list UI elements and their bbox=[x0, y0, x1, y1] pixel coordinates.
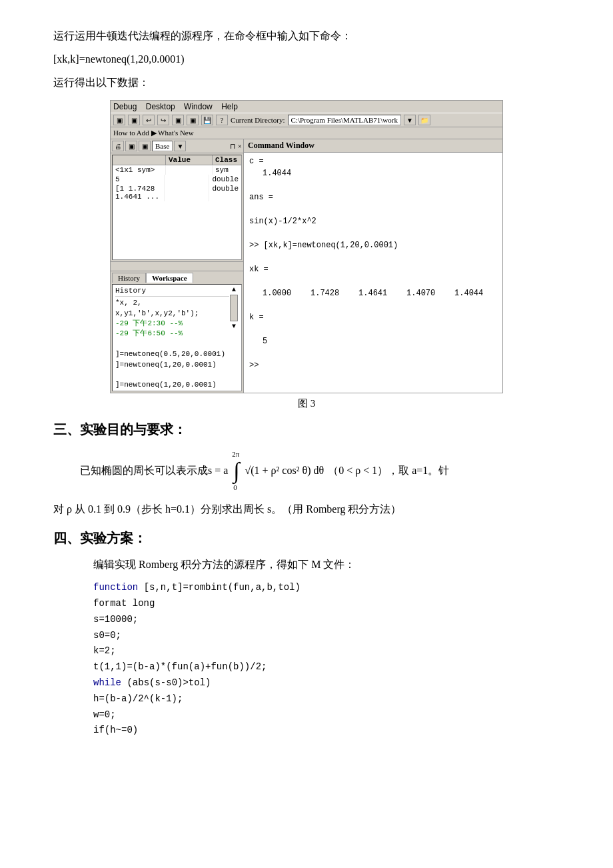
code-line-1-rest: [s,n,t]=rombint(fun,a,b,tol) bbox=[144, 582, 301, 593]
code-line-6-text: t(1,1)=(b-a)*(fun(a)+fun(b))/2; bbox=[93, 661, 267, 672]
matlab-screenshot: Debug Desktop Window Help ▣ ▣ ↩ ↪ ▣ ▣ 💾 … bbox=[110, 100, 503, 393]
cmd-line-formula: sin(x)-1/2*x^2 bbox=[249, 215, 497, 227]
pin-button[interactable]: ⊓ × bbox=[230, 142, 242, 151]
matlab-main: 🖨 ▣ ▣ Base ▼ ⊓ × Value Class <1x1 sym> s… bbox=[111, 139, 502, 393]
cmd-blank1 bbox=[249, 179, 497, 191]
command-window: Command Window c = 1.4044 ans = sin(x)-1… bbox=[244, 139, 502, 393]
workspace-table: Value Class <1x1 sym> sym 5 double [1 1.… bbox=[112, 155, 242, 260]
code-line-8-text: h=(b-a)/2^(k-1); bbox=[93, 693, 183, 704]
toolbar-browse-btn[interactable]: ▼ bbox=[404, 115, 416, 125]
howtoadd-text[interactable]: How to Add bbox=[113, 129, 149, 137]
toolbar-icon-2[interactable]: ▣ bbox=[128, 115, 140, 125]
toolbar-icon-1[interactable]: ▣ bbox=[113, 115, 125, 125]
history-panel: History *x, 2, x,y1,'b',x,y2,'b'); -29 下… bbox=[112, 284, 242, 392]
int-lower: 0 bbox=[233, 480, 237, 495]
intro-line3: 运行得出以下数据： bbox=[53, 73, 560, 93]
toolbar-icon-3[interactable]: ↩ bbox=[143, 115, 155, 125]
cmd-line-k-val: 5 bbox=[249, 335, 497, 347]
code-line-2: format long bbox=[93, 596, 560, 612]
workspace-row-2: 5 double bbox=[113, 175, 241, 184]
formula-integrand: √(1 + ρ² cos² θ) dθ bbox=[245, 460, 324, 481]
cmd-line-xk-val: 1.0000 1.7428 1.4641 1.4070 1.4044 bbox=[249, 287, 497, 299]
section4-heading: 四、实验方案： bbox=[53, 529, 560, 547]
cmd-line-prompt: >> [xk,k]=newtoneq(1,20,0.0001) bbox=[249, 239, 497, 251]
code-line-7: while (abs(s-s0)>tol) bbox=[93, 675, 560, 691]
toolbar-dir-btn[interactable]: 📁 bbox=[418, 115, 430, 125]
left-toolbar-icon2[interactable]: ▣ bbox=[125, 141, 137, 151]
tab-workspace[interactable]: Workspace bbox=[146, 273, 193, 283]
col-name bbox=[113, 155, 166, 165]
history-line-4: -29 下午6:50 --% bbox=[115, 329, 229, 339]
toolbar-icon-5[interactable]: ▣ bbox=[172, 115, 184, 125]
code-line-9: w=0; bbox=[93, 707, 560, 723]
scrollbar-thumb[interactable] bbox=[230, 295, 238, 321]
cmd-content-area[interactable]: c = 1.4044 ans = sin(x)-1/2*x^2 >> [xk,k… bbox=[244, 153, 502, 393]
col-class: Class bbox=[213, 155, 240, 165]
base-dropdown-arrow[interactable]: ▼ bbox=[174, 141, 186, 151]
left-panel-tabs: History Workspace bbox=[111, 271, 243, 283]
code-line-2-text: format long bbox=[93, 598, 155, 609]
toolbar-icon-7[interactable]: 💾 bbox=[201, 115, 213, 125]
workspace-row-3: [1 1.7428 1.4641 ... double bbox=[113, 184, 241, 201]
rho-description: 对 ρ 从 0.1 到 0.9（步长 h=0.1）分别求出周长 s。（用 Rom… bbox=[53, 500, 560, 519]
matlab-menubar: Debug Desktop Window Help bbox=[111, 101, 502, 113]
workspace-hscrollbar[interactable] bbox=[111, 261, 243, 271]
workspace-row-1: <1x1 sym> sym bbox=[113, 165, 241, 175]
cmd-blank2 bbox=[249, 203, 497, 215]
menu-debug[interactable]: Debug bbox=[113, 102, 137, 111]
formula-condition: （0 < ρ < 1），取 a=1。针 bbox=[328, 460, 449, 481]
toolbar-icon-4[interactable]: ↪ bbox=[157, 115, 169, 125]
left-toolbar-print[interactable]: 🖨 bbox=[112, 141, 124, 151]
section3-heading: 三、实验目的与要求： bbox=[53, 421, 560, 439]
code-line-10: if(h~=0) bbox=[93, 723, 560, 739]
matlab-toolbar: ▣ ▣ ↩ ↪ ▣ ▣ 💾 ? Current Directory: C:\Pr… bbox=[111, 113, 502, 127]
arrow-icon: ▶ bbox=[151, 129, 157, 137]
current-dir-path[interactable]: C:\Program Files\MATLAB71\work bbox=[288, 115, 401, 125]
code-line-1: function [s,n,t]=rombint(fun,a,b,tol) bbox=[93, 580, 560, 596]
integral-container: 2π ∫ 0 bbox=[232, 447, 241, 494]
menu-help[interactable]: Help bbox=[221, 102, 238, 111]
tab-history[interactable]: History bbox=[112, 273, 146, 283]
toolbar-icon-8[interactable]: ? bbox=[216, 115, 228, 125]
cmd-blank5 bbox=[249, 275, 497, 287]
matlab-left-panel: 🖨 ▣ ▣ Base ▼ ⊓ × Value Class <1x1 sym> s… bbox=[111, 139, 244, 393]
whatsnew-text[interactable]: What's New bbox=[158, 129, 194, 137]
code-line-3-text: s=10000; bbox=[93, 614, 138, 625]
history-line-7: ]=newtoneq(1,20,0.0001) bbox=[115, 380, 229, 390]
workspace-header: Value Class bbox=[113, 155, 241, 165]
history-line-1: *x, 2, bbox=[115, 298, 229, 308]
code-line-4: s0=0; bbox=[93, 628, 560, 644]
matlab-howtoadd-bar: How to Add ▶ What's New bbox=[111, 127, 502, 139]
toolbar-icon-6[interactable]: ▣ bbox=[187, 115, 199, 125]
code-line-7-rest: (abs(s-s0)>tol) bbox=[127, 677, 211, 688]
code-line-5-text: k=2; bbox=[93, 645, 116, 656]
intro-line1: 运行运用牛顿迭代法编程的源程序，在命令框中输入如下命令： bbox=[53, 27, 560, 46]
section4-intro: 编辑实现 Romberg 积分方法的源程序，得如下 M 文件： bbox=[93, 555, 560, 575]
cmd-line-xk: xk = bbox=[249, 263, 497, 275]
history-spacer2 bbox=[115, 370, 229, 380]
left-panel-toolbar: 🖨 ▣ ▣ Base ▼ ⊓ × bbox=[111, 139, 243, 153]
history-line-2: x,y1,'b',x,y2,'b'); bbox=[115, 309, 229, 319]
cmd-blank8 bbox=[249, 347, 497, 359]
menu-desktop[interactable]: Desktop bbox=[146, 102, 175, 111]
keyword-while: while bbox=[93, 677, 121, 688]
cmd-line-ans: ans = bbox=[249, 191, 497, 203]
formula-prefix: 已知椭圆的周长可以表示成s = a bbox=[80, 460, 228, 481]
intro-line2: [xk,k]=newtoneq(1,20,0.0001) bbox=[53, 50, 560, 69]
cmd-line-k: k = bbox=[249, 311, 497, 323]
code-line-6: t(1,1)=(b-a)*(fun(a)+fun(b))/2; bbox=[93, 659, 560, 675]
menu-window[interactable]: Window bbox=[184, 102, 213, 111]
base-dropdown[interactable]: Base bbox=[152, 141, 173, 151]
cmd-line-final-prompt: >> bbox=[249, 359, 497, 371]
cmd-window-title: Command Window bbox=[244, 139, 502, 153]
history-line-5: ]=newtoneq(0.5,20,0.0001) bbox=[115, 349, 229, 359]
cmd-blank3 bbox=[249, 227, 497, 239]
integral-sign: ∫ bbox=[233, 461, 239, 479]
code-line-4-text: s0=0; bbox=[93, 630, 121, 641]
code-block: function [s,n,t]=rombint(fun,a,b,tol) fo… bbox=[93, 580, 560, 739]
keyword-function: function bbox=[93, 582, 138, 593]
left-toolbar-icon3[interactable]: ▣ bbox=[139, 141, 151, 151]
code-line-9-text: w=0; bbox=[93, 709, 116, 720]
math-formula-para: 已知椭圆的周长可以表示成s = a 2π ∫ 0 √(1 + ρ² cos² θ… bbox=[80, 447, 560, 494]
history-vscrollbar[interactable]: ▲ ▼ bbox=[229, 286, 239, 330]
